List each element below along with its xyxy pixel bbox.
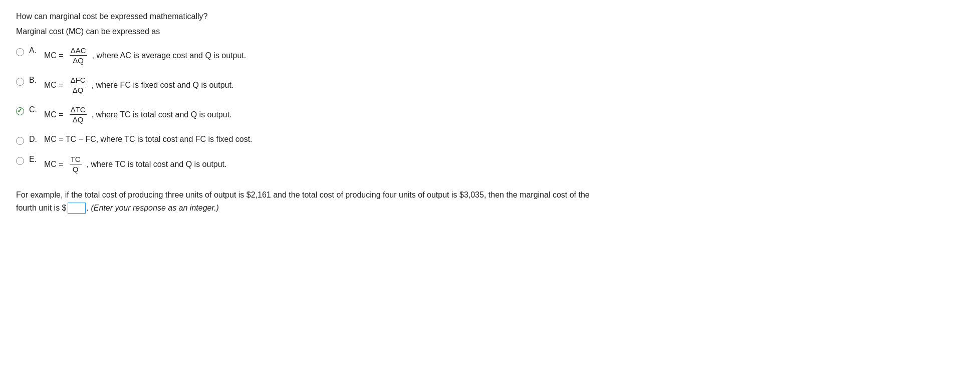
option-item-a: A. MC = ΔAC ΔQ , where AC is average cos… (16, 46, 964, 66)
option-letter-b: B. (29, 76, 39, 85)
fraction-a: ΔAC ΔQ (70, 46, 87, 65)
formula-line-c: MC = ΔTC ΔQ , where TC is total cost and… (44, 105, 232, 124)
option-item-c: C. MC = ΔTC ΔQ , where TC is total cost … (16, 105, 964, 125)
option-label-c: C. MC = ΔTC ΔQ , where TC is total cost … (29, 105, 232, 125)
denominator-e: Q (72, 164, 80, 173)
mc-label-b: MC = (44, 81, 64, 90)
fraction-b: ΔFC ΔQ (70, 76, 87, 94)
numerator-c: ΔTC (70, 105, 87, 115)
question-heading: How can marginal cost be expressed mathe… (16, 12, 964, 21)
option-item-e: E. MC = TC Q , where TC is total cost an… (16, 155, 964, 174)
option-letter-c: C. (29, 105, 39, 114)
formula-line-a: MC = ΔAC ΔQ , where AC is average cost a… (44, 46, 246, 65)
denominator-b: ΔQ (72, 85, 85, 94)
example-fourth-unit: fourth unit is $ (16, 204, 67, 212)
option-letter-e: E. (29, 155, 39, 164)
example-instruction: (Enter your response as an integer.) (91, 204, 219, 212)
numerator-b: ΔFC (70, 76, 87, 85)
intro-text: Marginal cost (MC) can be expressed as (16, 27, 964, 36)
option-content-b: MC = ΔFC ΔQ , where FC is fixed cost and… (44, 76, 233, 95)
example-text-before: For example, if the total cost of produc… (16, 191, 590, 199)
fraction-c: ΔTC ΔQ (70, 105, 87, 124)
denominator-c: ΔQ (72, 115, 85, 124)
formula-line-e: MC = TC Q , where TC is total cost and Q… (44, 155, 227, 173)
radio-b[interactable] (16, 78, 24, 86)
option-item-b: B. MC = ΔFC ΔQ , where FC is fixed cost … (16, 76, 964, 95)
mc-label-c: MC = (44, 110, 64, 119)
description-a: , where AC is average cost and Q is outp… (92, 51, 247, 60)
mc-label-a: MC = (44, 51, 64, 60)
option-item-d: D. MC = TC − FC, where TC is total cost … (16, 135, 964, 145)
fraction-e: TC Q (70, 155, 82, 173)
options-list: A. MC = ΔAC ΔQ , where AC is average cos… (16, 46, 964, 174)
option-label-e: E. MC = TC Q , where TC is total cost an… (29, 155, 227, 174)
answer-input[interactable] (68, 203, 86, 214)
option-content-d: MC = TC − FC, where TC is total cost and… (44, 135, 253, 144)
option-label-b: B. MC = ΔFC ΔQ , where FC is fixed cost … (29, 76, 233, 95)
denominator-a: ΔQ (72, 56, 85, 65)
formula-text-d: MC = TC − FC, where TC is total cost and… (44, 135, 253, 143)
formula-line-b: MC = ΔFC ΔQ , where FC is fixed cost and… (44, 76, 233, 94)
example-section: For example, if the total cost of produc… (16, 189, 918, 214)
radio-c[interactable] (16, 107, 24, 115)
option-letter-d: D. (29, 135, 39, 144)
description-b: , where FC is fixed cost and Q is output… (92, 81, 234, 90)
radio-a[interactable] (16, 48, 24, 56)
option-content-e: MC = TC Q , where TC is total cost and Q… (44, 155, 227, 174)
option-letter-a: A. (29, 46, 39, 55)
option-content-c: MC = ΔTC ΔQ , where TC is total cost and… (44, 105, 232, 125)
numerator-a: ΔAC (70, 46, 87, 56)
option-label-a: A. MC = ΔAC ΔQ , where AC is average cos… (29, 46, 246, 66)
description-e: , where TC is total cost and Q is output… (87, 160, 227, 169)
option-label-d: D. MC = TC − FC, where TC is total cost … (29, 135, 253, 144)
numerator-e: TC (70, 155, 82, 164)
description-c: , where TC is total cost and Q is output… (92, 110, 232, 119)
option-content-a: MC = ΔAC ΔQ , where AC is average cost a… (44, 46, 246, 66)
radio-e[interactable] (16, 157, 24, 165)
mc-label-e: MC = (44, 160, 64, 169)
radio-d[interactable] (16, 137, 24, 145)
